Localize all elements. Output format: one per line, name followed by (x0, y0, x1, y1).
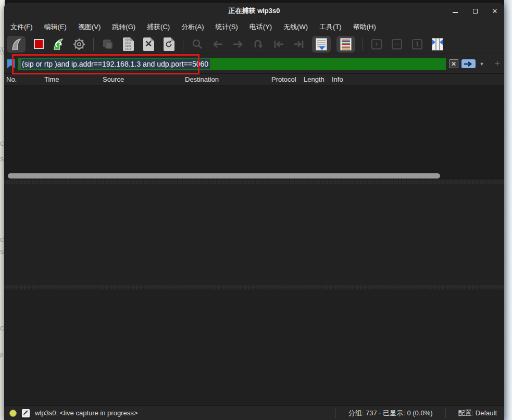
col-source[interactable]: Source (103, 75, 124, 83)
toolbar-separator (93, 38, 94, 50)
close-button[interactable]: ✕ (491, 7, 499, 15)
apply-arrow-icon (464, 61, 473, 67)
status-separator (445, 409, 446, 418)
start-capture-button[interactable] (7, 36, 26, 53)
pane-splitter[interactable] (4, 180, 504, 184)
zoom-in-icon: + (371, 39, 382, 49)
filter-bar: (sip or rtp )and ip.addr==192.168.1.3 an… (4, 54, 504, 73)
close-file-button[interactable]: ✕ (141, 37, 156, 52)
normal-size-button[interactable]: 1 (410, 37, 424, 52)
go-previous-button[interactable] (210, 37, 225, 52)
zoom-out-icon: − (392, 39, 402, 49)
capture-comment-icon[interactable] (22, 409, 30, 417)
expert-info-icon[interactable] (9, 410, 17, 417)
find-packet-button[interactable] (190, 37, 205, 52)
capture-status-text: wlp3s0: <live capture in progress> (35, 409, 330, 417)
menu-telephony[interactable]: 电话(Y) (249, 22, 272, 32)
reload-doc-icon (164, 37, 174, 51)
col-length[interactable]: Length (304, 75, 324, 83)
resize-columns-icon (432, 38, 443, 50)
menu-go[interactable]: 跳转(G) (112, 22, 135, 32)
col-protocol[interactable]: Protocol (271, 75, 296, 83)
go-first-icon (273, 40, 284, 49)
display-filter-input[interactable]: (sip or rtp )and ip.addr==192.168.1.3 an… (18, 58, 446, 70)
go-first-button[interactable] (271, 37, 286, 52)
main-toolbar: 0101 1010 0101 1011 ✕ (4, 34, 504, 54)
menu-help[interactable]: 帮助(H) (353, 22, 376, 32)
filter-add-button[interactable]: + (494, 58, 500, 69)
reload-file-button[interactable] (161, 37, 176, 52)
profile-text[interactable]: 配置: Default (451, 409, 497, 418)
wireshark-window: 正在捕获 wlp3s0 ✕ 文件(F) 编辑(E) 视图(V) 跳转(G) 捕获… (4, 3, 504, 420)
go-next-button[interactable] (231, 37, 245, 52)
go-to-packet-button[interactable] (251, 37, 266, 52)
normal-size-icon: 1 (412, 39, 422, 49)
packet-list-pane[interactable] (4, 85, 504, 180)
filter-bookmark-icon[interactable] (7, 59, 15, 68)
arrow-right-icon (232, 40, 244, 49)
colorize-button[interactable] (336, 36, 355, 53)
resize-columns-button[interactable] (430, 37, 445, 52)
horizontal-scrollbar[interactable] (4, 172, 504, 180)
gear-icon (73, 38, 85, 50)
auto-scroll-icon (316, 38, 327, 50)
titlebar[interactable]: 正在捕获 wlp3s0 ✕ (4, 3, 504, 19)
toolbar-separator (183, 38, 183, 50)
packet-counts-text: 分组: 737 · 已显示: 0 (0.0%) (341, 409, 440, 418)
packet-list-header: No. Time Source Destination Protocol Len… (4, 73, 504, 85)
save-doc-icon: 0101 1010 0101 1011 (123, 37, 134, 51)
menu-file[interactable]: 文件(F) (10, 22, 33, 32)
menu-view[interactable]: 视图(V) (78, 22, 101, 32)
menubar: 文件(F) 编辑(E) 视图(V) 跳转(G) 捕获(C) 分析(A) 统计(S… (4, 19, 504, 34)
status-separator (335, 409, 336, 418)
filter-apply-button[interactable] (461, 59, 476, 68)
col-info[interactable]: Info (332, 75, 343, 83)
menu-capture[interactable]: 捕获(C) (147, 22, 170, 32)
menu-analyze[interactable]: 分析(A) (181, 22, 204, 32)
auto-scroll-button[interactable] (312, 36, 331, 53)
filter-clear-button[interactable]: ✕ (449, 59, 458, 68)
search-icon (192, 39, 203, 50)
zoom-out-button[interactable]: − (390, 37, 404, 52)
stop-icon (34, 39, 44, 49)
restart-fin-icon (53, 38, 65, 50)
restart-capture-button[interactable] (52, 37, 66, 52)
desktop-edge-right (504, 0, 512, 420)
window-title: 正在捕获 wlp3s0 (229, 6, 280, 16)
filter-dropdown-caret[interactable]: ▼ (479, 61, 485, 67)
toolbar-separator (362, 38, 363, 50)
close-doc-icon: ✕ (143, 37, 154, 51)
packet-bytes-pane[interactable] (4, 289, 504, 405)
menu-edit[interactable]: 编辑(E) (44, 22, 67, 32)
stop-capture-button[interactable] (31, 37, 46, 52)
shark-fin-icon (10, 38, 22, 50)
arrow-left-icon (212, 40, 223, 49)
go-last-button[interactable] (292, 37, 306, 52)
status-bar: wlp3s0: <live capture in progress> 分组: 7… (4, 405, 504, 420)
packet-details-pane[interactable] (4, 184, 504, 285)
scrollbar-thumb[interactable] (8, 173, 440, 179)
zoom-in-button[interactable]: + (369, 37, 384, 52)
maximize-button[interactable] (471, 7, 479, 15)
colorize-icon (340, 38, 352, 50)
col-no[interactable]: No. (6, 75, 17, 83)
minimize-button[interactable] (451, 7, 459, 15)
menu-wireless[interactable]: 无线(W) (283, 22, 308, 32)
col-time[interactable]: Time (44, 75, 59, 83)
go-last-icon (293, 40, 305, 49)
save-file-button[interactable]: 0101 1010 0101 1011 (121, 37, 135, 52)
menu-tools[interactable]: 工具(T) (319, 22, 342, 32)
curved-arrow-icon (253, 39, 264, 49)
filter-text: (sip or rtp )and ip.addr==192.168.1.3 an… (20, 59, 210, 69)
menu-statistics[interactable]: 统计(S) (215, 22, 238, 32)
col-destination[interactable]: Destination (185, 75, 219, 83)
open-folder-icon (102, 39, 114, 50)
open-file-button[interactable] (101, 37, 115, 52)
capture-options-button[interactable] (72, 37, 86, 52)
pane-splitter[interactable] (4, 285, 504, 289)
